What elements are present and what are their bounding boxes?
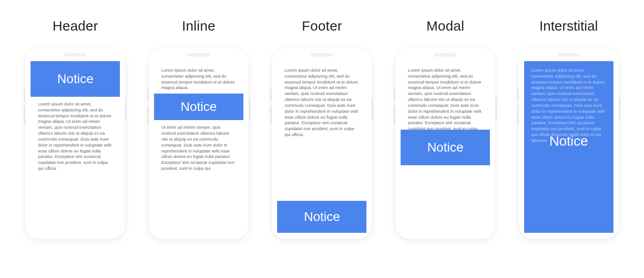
lorem-text: Ut enim ad minim veniam, quis nostrud ex… xyxy=(154,120,243,178)
phone-side-button xyxy=(24,89,25,101)
col-modal: Modal Lorem ipsum dolor sit amet, consec… xyxy=(391,18,500,239)
phone-side-button xyxy=(394,89,395,101)
phone-screen: Lorem ipsum dolor sit amet, consectetur … xyxy=(154,61,243,233)
notice-banner-inline: Notice xyxy=(154,94,243,120)
phone-side-button xyxy=(24,106,25,125)
col-title-modal: Modal xyxy=(426,18,464,34)
notice-banner-modal: Notice xyxy=(401,130,490,165)
phone-screen: Notice Lorem ipsum dolor sit amet, conse… xyxy=(31,61,120,233)
phone-side-button xyxy=(147,89,149,101)
col-title-inline: Inline xyxy=(182,18,216,34)
phone-interstitial: Lorem ipsum dolor sit amet, consectetur … xyxy=(519,47,619,239)
col-title-footer: Footer xyxy=(302,18,342,34)
phone-side-button xyxy=(619,98,620,121)
phone-screen: Lorem ipsum dolor sit amet, consectetur … xyxy=(524,61,613,233)
phone-inline: Lorem ipsum dolor sit amet, consectetur … xyxy=(149,47,249,239)
phone-side-button xyxy=(125,98,127,121)
lorem-text: Lorem ipsum dolor sit amet, consectetur … xyxy=(277,61,366,201)
col-title-interstitial: Interstitial xyxy=(539,18,598,34)
phone-side-button xyxy=(249,98,250,121)
phone-side-button xyxy=(517,106,519,125)
phone-screen: Lorem ipsum dolor sit amet, consectetur … xyxy=(277,61,366,233)
col-title-header: Header xyxy=(52,18,98,34)
notice-banner-interstitial: Notice xyxy=(524,130,613,152)
phone-side-button xyxy=(517,89,519,101)
lorem-text: Lorem ipsum dolor sit amet, consectetur … xyxy=(31,97,120,178)
notice-banner-footer: Notice xyxy=(277,201,366,233)
notice-banner-header: Notice xyxy=(31,61,120,97)
phone-footer: Lorem ipsum dolor sit amet, consectetur … xyxy=(272,47,372,239)
phone-side-button xyxy=(147,106,149,125)
col-interstitial: Interstitial Lorem ipsum dolor sit amet,… xyxy=(514,18,623,239)
col-footer: Footer Lorem ipsum dolor sit amet, conse… xyxy=(267,18,376,239)
col-inline: Inline Lorem ipsum dolor sit amet, conse… xyxy=(144,18,253,239)
col-header: Header Notice Lorem ipsum dolor sit amet… xyxy=(21,18,130,239)
phone-side-button xyxy=(372,98,373,121)
phone-header: Notice Lorem ipsum dolor sit amet, conse… xyxy=(25,47,125,239)
phone-side-button xyxy=(495,98,497,121)
phone-side-button xyxy=(394,106,395,125)
lorem-text: Lorem ipsum dolor sit amet, consectetur … xyxy=(154,61,243,94)
phone-row: Header Notice Lorem ipsum dolor sit amet… xyxy=(0,0,644,239)
phone-side-button xyxy=(270,106,272,125)
phone-modal: Lorem ipsum dolor sit amet, consectetur … xyxy=(395,47,495,239)
phone-side-button xyxy=(270,89,272,101)
phone-screen: Lorem ipsum dolor sit amet, consectetur … xyxy=(401,61,490,233)
diagram-stage: Header Notice Lorem ipsum dolor sit amet… xyxy=(0,0,644,278)
